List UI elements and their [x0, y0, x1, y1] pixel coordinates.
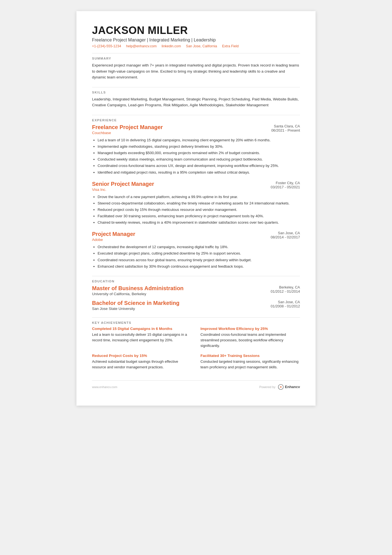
achievement-title-3: Reduced Project Costs by 15%: [92, 354, 192, 358]
exp-location-1: Santa Clara, CA: [271, 124, 300, 128]
contact-phone: +1-(234)-555-1234: [92, 44, 121, 48]
bullet-1-2: Implemented agile methodologies, slashin…: [98, 144, 300, 149]
bullet-3-3: Coordinated resources across four global…: [98, 257, 300, 263]
skills-text: Leadership, Integrated Marketing, Budget…: [92, 96, 300, 108]
achievements-grid: Completed 15 Digital Campaigns in 6 Mont…: [92, 327, 300, 370]
achievement-item-2: Improved Workflow Efficiency by 25% Coor…: [200, 327, 300, 349]
candidate-name: JACKSON MILLER: [92, 24, 300, 36]
contact-email: help@enhancv.com: [126, 44, 157, 48]
bullet-1-1: Led a team of 10 in delivering 15 digita…: [98, 137, 300, 143]
exp-header-1: Freelance Project Manager Couchbase Sant…: [92, 124, 300, 136]
skills-divider: [92, 115, 300, 115]
bullet-2-5: Chaired bi-weekly reviews, resulting in …: [98, 219, 300, 225]
bullet-1-5: Coordinated cross-functional teams acros…: [98, 163, 300, 169]
exp-date-3: 08/2014 - 02/2017: [271, 235, 300, 239]
summary-section: SUMMARY Experienced project manager with…: [92, 57, 300, 80]
exp-title-3: Project Manager: [92, 231, 135, 237]
edu-right-2: San Jose, CA 01/2008 - 01/2012: [271, 300, 300, 308]
bullet-2-4: Facilitated over 30 training sessions, e…: [98, 213, 300, 219]
footer-website: www.enhancv.com: [92, 385, 117, 389]
achievement-title-1: Completed 15 Digital Campaigns in 6 Mont…: [92, 327, 192, 331]
exp-location-3: San Jose, CA: [271, 231, 300, 235]
bullet-1-4: Conducted weekly status meetings, enhanc…: [98, 156, 300, 162]
achievement-item-3: Reduced Project Costs by 15% Achieved su…: [92, 354, 192, 370]
experience-section: EXPERIENCE Freelance Project Manager Cou…: [92, 119, 300, 269]
contact-info: +1-(234)-555-1234 help@enhancv.com linke…: [92, 44, 300, 48]
edu-entry-1: Master of Business Administration Univer…: [92, 285, 300, 296]
skills-section: SKILLS Leadership, Integrated Marketing,…: [92, 91, 300, 108]
bullet-2-3: Reduced project costs by 15% through met…: [98, 207, 300, 213]
contact-location: San Jose, California: [186, 44, 217, 48]
edu-right-1: Berkeley, CA 01/2012 - 01/2014: [271, 285, 300, 293]
enhancv-icon: [278, 384, 284, 390]
achievements-label: KEY ACHIEVEMENTS: [92, 321, 300, 324]
enhancv-logo: Enhancv: [278, 384, 300, 390]
bullet-3-1: Orchestrated the development of 12 campa…: [98, 244, 300, 250]
experience-label: EXPERIENCE: [92, 119, 300, 122]
achievement-text-2: Coordinated cross-functional teams and i…: [200, 332, 300, 349]
experience-divider: [92, 276, 300, 276]
exp-title-2: Senior Project Manager: [92, 181, 154, 187]
exp-date-1: 06/2021 - Present: [271, 128, 300, 132]
edu-location-2: San Jose, CA: [271, 300, 300, 304]
summary-label: SUMMARY: [92, 57, 300, 60]
exp-company-1: Couchbase: [92, 131, 163, 135]
achievement-text-1: Led a team to successfully deliver 15 di…: [92, 332, 192, 343]
powered-by-text: Powered by: [259, 385, 276, 389]
edu-date-2: 01/2008 - 01/2012: [271, 304, 300, 308]
exp-right-2: Foster City, CA 03/2017 - 05/2021: [271, 181, 300, 189]
summary-text: Experienced project manager with 7+ year…: [92, 62, 300, 80]
edu-degree-1: Master of Business Administration: [92, 285, 183, 292]
footer-brand: Powered by Enhancv: [259, 384, 300, 390]
resume-container: JACKSON MILLER Freelance Project Manager…: [76, 11, 316, 406]
edu-degree-2: Bachelor of Science in Marketing: [92, 300, 180, 306]
edu-school-1: University of California, Berkeley: [92, 292, 183, 296]
exp-header-2: Senior Project Manager Visa Inc. Foster …: [92, 181, 300, 193]
achievement-item-4: Facilitated 30+ Training Sessions Conduc…: [200, 354, 300, 370]
edu-location-1: Berkeley, CA: [271, 285, 300, 289]
exp-left-2: Senior Project Manager Visa Inc.: [92, 181, 154, 193]
edu-entry-2: Bachelor of Science in Marketing San Jos…: [92, 300, 300, 311]
achievement-item-1: Completed 15 Digital Campaigns in 6 Mont…: [92, 327, 192, 349]
exp-left-3: Project Manager Adobe: [92, 231, 135, 243]
header-divider: [92, 53, 300, 53]
exp-right-1: Santa Clara, CA 06/2021 - Present: [271, 124, 300, 132]
education-label: EDUCATION: [92, 280, 300, 283]
achievement-title-2: Improved Workflow Efficiency by 25%: [200, 327, 300, 331]
bullet-2-1: Drove the launch of a new payment platfo…: [98, 194, 300, 200]
exp-title-1: Freelance Project Manager: [92, 124, 163, 130]
exp-header-3: Project Manager Adobe San Jose, CA 08/20…: [92, 231, 300, 243]
exp-location-2: Foster City, CA: [271, 181, 300, 185]
achievement-text-4: Conducted targeted training sessions, si…: [200, 359, 300, 370]
bullet-3-4: Enhanced client satisfaction by 30% thro…: [98, 263, 300, 269]
experience-entry-2: Senior Project Manager Visa Inc. Foster …: [92, 181, 300, 226]
experience-entry-1: Freelance Project Manager Couchbase Sant…: [92, 124, 300, 175]
header: JACKSON MILLER Freelance Project Manager…: [92, 24, 300, 48]
skills-label: SKILLS: [92, 91, 300, 94]
exp-bullets-2: Drove the launch of a new payment platfo…: [92, 194, 300, 226]
exp-company-3: Adobe: [92, 238, 135, 242]
achievements-section: KEY ACHIEVEMENTS Completed 15 Digital Ca…: [92, 321, 300, 370]
exp-left-1: Freelance Project Manager Couchbase: [92, 124, 163, 136]
edu-header-2: Bachelor of Science in Marketing San Jos…: [92, 300, 300, 311]
edu-left-1: Master of Business Administration Univer…: [92, 285, 183, 296]
candidate-title: Freelance Project Manager | Integrated M…: [92, 38, 300, 43]
exp-date-2: 03/2017 - 05/2021: [271, 185, 300, 189]
bullet-3-2: Executed strategic project plans, cuttin…: [98, 250, 300, 256]
summary-divider: [92, 87, 300, 87]
contact-extra: Extra Field: [222, 44, 239, 48]
edu-school-2: San Jose State University: [92, 307, 180, 311]
edu-header-1: Master of Business Administration Univer…: [92, 285, 300, 296]
footer: www.enhancv.com Powered by Enhancv: [92, 380, 300, 390]
exp-bullets-3: Orchestrated the development of 12 campa…: [92, 244, 300, 269]
bullet-2-2: Steered cross-departmental collaboration…: [98, 200, 300, 206]
experience-entry-3: Project Manager Adobe San Jose, CA 08/20…: [92, 231, 300, 269]
education-section: EDUCATION Master of Business Administrat…: [92, 280, 300, 311]
achievement-title-4: Facilitated 30+ Training Sessions: [200, 354, 300, 358]
exp-company-2: Visa Inc.: [92, 188, 154, 192]
edu-date-1: 01/2012 - 01/2014: [271, 289, 300, 293]
bullet-1-6: Identified and mitigated project risks, …: [98, 169, 300, 175]
contact-linkedin: linkedin.com: [162, 44, 181, 48]
bullet-1-3: Managed budgets exceeding $500,000, ensu…: [98, 150, 300, 156]
exp-right-3: San Jose, CA 08/2014 - 02/2017: [271, 231, 300, 239]
